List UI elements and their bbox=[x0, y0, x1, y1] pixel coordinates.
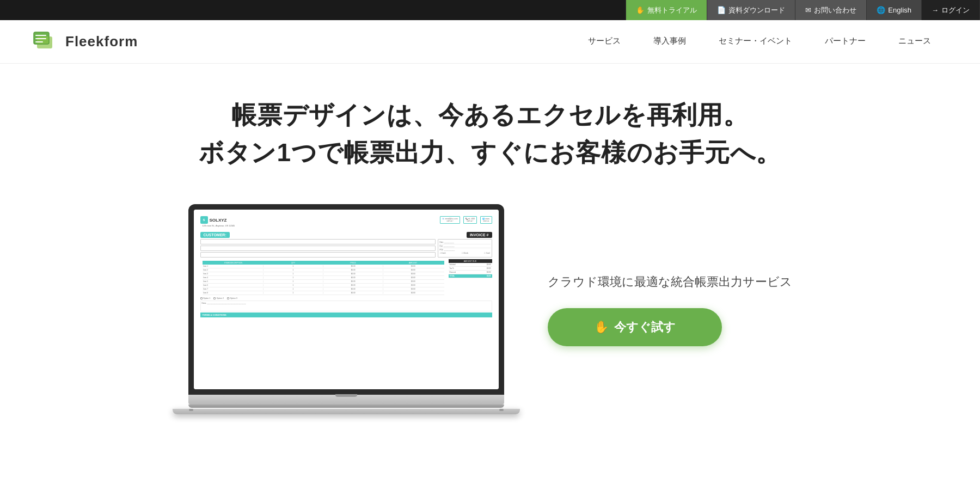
laptop-lid: S SOLXYZ 123 main St., Anytown, US 12345… bbox=[188, 204, 504, 395]
main-content: S SOLXYZ 123 main St., Anytown, US 12345… bbox=[0, 193, 980, 436]
cta-label: 今すぐ試す bbox=[614, 319, 676, 335]
laptop-foot-right bbox=[499, 409, 504, 411]
nav-seminar[interactable]: セミナー・イベント bbox=[702, 20, 808, 64]
contact-icon: ✉ bbox=[805, 6, 811, 14]
login-icon: → bbox=[932, 6, 939, 14]
laptop-screen: S SOLXYZ 123 main St., Anytown, US 12345… bbox=[194, 210, 499, 389]
login-button[interactable]: → ログイン bbox=[922, 0, 980, 20]
logo-text: Fleekform bbox=[65, 33, 138, 50]
logo-icon bbox=[33, 29, 59, 55]
language-switch-button[interactable]: 🌐 English bbox=[867, 0, 922, 20]
download-icon: 📄 bbox=[717, 6, 726, 14]
laptop-foot-left bbox=[189, 409, 193, 411]
login-label: ログイン bbox=[941, 5, 970, 15]
hero-right-panel: クラウド環境に最適な統合帳票出力サービス ✋ 今すぐ試す bbox=[548, 272, 792, 346]
top-bar: ✋ 無料トライアル 📄 資料ダウンロード ✉ お問い合わせ 🌐 English … bbox=[0, 0, 980, 20]
header: Fleekform サービス 導入事例 セミナー・イベント パートナー ニュース bbox=[0, 20, 980, 64]
laptop-notch bbox=[335, 394, 357, 397]
main-nav: サービス 導入事例 セミナー・イベント パートナー ニュース bbox=[572, 20, 947, 64]
nav-cases[interactable]: 導入事例 bbox=[637, 20, 702, 64]
contact-label: お問い合わせ bbox=[814, 5, 856, 15]
headline-line1: 帳票デザインは、今あるエクセルを再利用。 bbox=[231, 101, 749, 129]
laptop: S SOLXYZ 123 main St., Anytown, US 12345… bbox=[188, 204, 504, 414]
nav-partner[interactable]: パートナー bbox=[808, 20, 882, 64]
hero-section: 帳票デザインは、今あるエクセルを再利用。 ボタン1つで帳票出力、すぐにお客様のお… bbox=[0, 64, 980, 193]
logo-link[interactable]: Fleekform bbox=[33, 29, 138, 55]
laptop-hinge bbox=[188, 405, 504, 408]
invoice-preview: S SOLXYZ 123 main St., Anytown, US 12345… bbox=[194, 210, 499, 389]
download-button[interactable]: 📄 資料ダウンロード bbox=[707, 0, 795, 20]
headline-line2: ボタン1つで帳票出力、すぐにお客様のお手元へ。 bbox=[199, 138, 782, 167]
laptop-base bbox=[188, 395, 504, 405]
hero-headline: 帳票デザインは、今あるエクセルを再利用。 ボタン1つで帳票出力、すぐにお客様のお… bbox=[33, 96, 947, 171]
cta-try-button[interactable]: ✋ 今すぐ試す bbox=[548, 308, 722, 346]
laptop-mockup: S SOLXYZ 123 main St., Anytown, US 12345… bbox=[188, 204, 504, 414]
laptop-bottom bbox=[173, 409, 520, 414]
nav-service[interactable]: サービス bbox=[572, 20, 637, 64]
trial-label: 無料トライアル bbox=[647, 5, 697, 15]
trial-icon: ✋ bbox=[636, 6, 645, 14]
contact-button[interactable]: ✉ お問い合わせ bbox=[795, 0, 867, 20]
service-description: クラウド環境に最適な統合帳票出力サービス bbox=[548, 272, 792, 291]
trial-button[interactable]: ✋ 無料トライアル bbox=[626, 0, 707, 20]
cta-icon: ✋ bbox=[594, 320, 609, 334]
english-label: English bbox=[888, 6, 911, 14]
nav-news[interactable]: ニュース bbox=[882, 20, 947, 64]
language-icon: 🌐 bbox=[877, 6, 885, 14]
download-label: 資料ダウンロード bbox=[728, 5, 785, 15]
